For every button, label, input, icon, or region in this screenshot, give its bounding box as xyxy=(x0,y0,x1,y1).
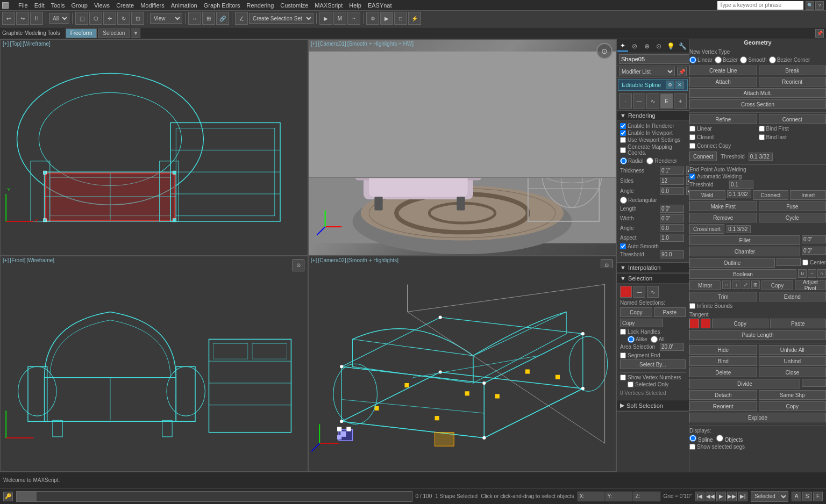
vertex-icon[interactable]: · xyxy=(619,93,632,109)
viewport-top[interactable]: [+][Top][Wireframe] xyxy=(0,39,308,256)
copy3-btn[interactable]: Copy xyxy=(759,401,827,411)
prev-key-btn[interactable]: ◀◀ xyxy=(706,492,715,501)
menu-customize[interactable]: Customize xyxy=(280,2,308,9)
viewport-camera02[interactable]: [+][Camera02][Smooth + Highlights] ⊙ xyxy=(308,256,616,472)
threshold-input[interactable] xyxy=(749,153,773,161)
crossinsert-val[interactable] xyxy=(727,225,751,233)
menu-modifiers[interactable]: Modifiers xyxy=(140,2,165,9)
interpolation-header[interactable]: ▼ Interpolation xyxy=(617,263,689,273)
reorient-btn[interactable]: Reorient xyxy=(759,77,827,87)
spline-close-icon[interactable]: ✕ xyxy=(675,81,684,89)
vp1-label[interactable]: [+][Top][Wireframe] xyxy=(3,41,52,47)
menu-rendering[interactable]: Rendering xyxy=(247,2,274,9)
unbind-btn[interactable]: Unbind xyxy=(759,356,827,366)
motion-icon[interactable]: ⊙ xyxy=(653,41,664,52)
angle2-input[interactable] xyxy=(660,224,684,232)
smooth-vertex-radio[interactable] xyxy=(740,56,747,63)
help-icon[interactable]: ? xyxy=(815,1,824,10)
select-by-btn[interactable]: Select By... xyxy=(620,359,686,369)
view-select[interactable]: View xyxy=(150,13,182,24)
graphite-tab-extra[interactable]: ▼ xyxy=(131,28,140,38)
bezier-corner-vertex-radio[interactable] xyxy=(769,56,776,63)
auto-smooth-threshold-input[interactable] xyxy=(660,250,684,258)
boolean-btn[interactable]: Boolean xyxy=(689,269,796,279)
key-mode-icon[interactable]: 🔑 xyxy=(3,492,13,501)
named-sel-input[interactable] xyxy=(620,319,663,327)
linear-check[interactable] xyxy=(689,126,695,132)
length-input[interactable] xyxy=(660,205,684,213)
thickness-input[interactable] xyxy=(660,167,684,175)
closed-check[interactable] xyxy=(689,134,695,140)
spline-icon[interactable]: ∿ xyxy=(646,93,659,109)
curve-btn[interactable]: ~ xyxy=(347,12,360,25)
break-btn[interactable]: Break xyxy=(759,66,827,75)
show-vertex-nums-check[interactable] xyxy=(620,375,626,380)
mirror-v-icon[interactable]: ↕ xyxy=(732,280,740,289)
spline-config-icon[interactable]: ⚙ xyxy=(666,81,674,89)
vp4-label[interactable]: [+][Camera02][Smooth + Highlights] xyxy=(311,257,400,263)
chamfer-btn[interactable]: Chamfer xyxy=(689,247,800,256)
modifier-list-select[interactable]: Modifier List xyxy=(619,67,675,76)
auto-key-btn[interactable]: A xyxy=(792,492,801,501)
adjust-pivot-btn[interactable]: Adjust Pivot xyxy=(795,280,826,290)
menu-help[interactable]: Help xyxy=(349,2,361,9)
vp2-label[interactable]: [+][Front][Wireframe] xyxy=(3,257,55,263)
undo-btn[interactable]: ↩ xyxy=(2,12,15,25)
show-sel-segs-check[interactable] xyxy=(689,444,695,450)
redo-btn[interactable]: ↪ xyxy=(16,12,29,25)
fillet-val[interactable] xyxy=(802,235,826,243)
copy2-btn[interactable]: Copy xyxy=(712,319,768,328)
segment-end-check[interactable] xyxy=(620,352,626,358)
sel-spline-icon[interactable]: ∿ xyxy=(647,286,659,298)
fuse-btn[interactable]: Fuse xyxy=(759,201,827,211)
render-btn[interactable]: ▶ xyxy=(380,12,393,25)
center-check[interactable] xyxy=(802,260,808,265)
editable-icon[interactable]: E xyxy=(660,93,673,109)
select-region-btn[interactable]: ⬡ xyxy=(89,12,102,25)
menu-file[interactable]: File xyxy=(18,2,28,9)
rectangular-radio[interactable] xyxy=(620,197,627,204)
tangent-color1[interactable] xyxy=(689,319,699,328)
bezier-vertex-radio[interactable] xyxy=(715,56,722,63)
lock-handles-check[interactable] xyxy=(620,329,626,335)
snap-btn[interactable]: 🔗 xyxy=(216,12,229,25)
angle-input[interactable] xyxy=(660,187,684,195)
search-icon[interactable]: 🔍 xyxy=(806,1,814,10)
menu-create[interactable]: Create xyxy=(116,2,134,9)
mirror-btn[interactable]: ↔ xyxy=(188,12,201,25)
auto-weld-check[interactable] xyxy=(689,174,695,179)
linear-vertex-radio[interactable] xyxy=(689,56,696,63)
fillet-btn[interactable]: Fillet xyxy=(689,235,800,245)
chamfer-val[interactable] xyxy=(802,247,826,255)
quick-render-btn[interactable]: ⚡ xyxy=(408,12,421,25)
aspect-input[interactable] xyxy=(660,234,684,242)
bind-last-check[interactable] xyxy=(759,134,765,140)
shape-name-input[interactable] xyxy=(619,54,689,64)
copy-named-btn[interactable]: Copy xyxy=(620,307,652,317)
z-coord-input[interactable] xyxy=(633,492,660,501)
sel-segment-icon[interactable]: — xyxy=(633,286,645,298)
modify-icon[interactable]: ⊘ xyxy=(629,41,640,52)
next-key-btn[interactable]: ▶▶ xyxy=(727,492,737,501)
connect2-btn[interactable]: Connect xyxy=(689,152,717,161)
bool-union-icon[interactable]: ∪ xyxy=(798,269,807,278)
refine-btn[interactable]: Refine xyxy=(689,114,757,124)
paste-named-btn[interactable]: Paste xyxy=(654,307,686,317)
explode-btn[interactable]: Explode xyxy=(689,413,826,422)
bool-sub-icon[interactable]: − xyxy=(808,269,816,278)
trim-btn[interactable]: Trim xyxy=(689,292,757,301)
mirror-copy-icon[interactable]: ⊞ xyxy=(751,280,760,289)
mirror-h-icon[interactable]: ↔ xyxy=(722,280,731,289)
divide-val[interactable] xyxy=(802,379,826,387)
graphite-tab-selection[interactable]: Selection xyxy=(98,28,130,38)
attach-btn[interactable]: Attach xyxy=(689,77,757,87)
menu-animation[interactable]: Animation xyxy=(171,2,197,9)
weld-btn[interactable]: Weld xyxy=(689,190,725,200)
utilities-icon[interactable]: 🔧 xyxy=(678,41,688,52)
viewport-camera01[interactable]: [+][Camera01][Smooth + Highlights + HW] xyxy=(308,39,616,256)
use-viewport-settings-check[interactable] xyxy=(620,137,626,143)
menu-easytnat[interactable]: EASYnat xyxy=(368,2,392,9)
soft-selection-header[interactable]: ▶ Soft Selection xyxy=(617,400,689,411)
menu-tools[interactable]: Tools xyxy=(51,2,65,9)
menu-views[interactable]: Views xyxy=(94,2,110,9)
